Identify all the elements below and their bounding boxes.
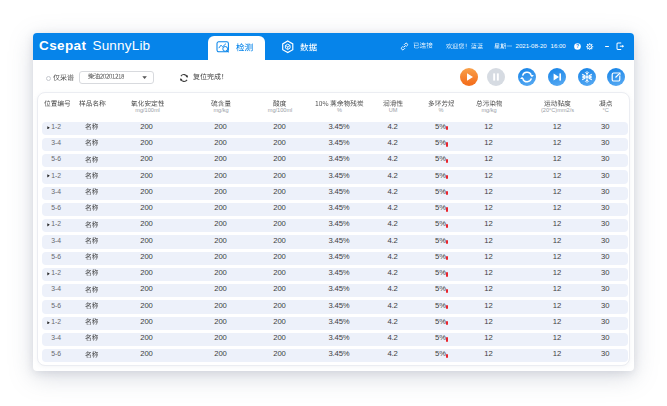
- svg-text:?: ?: [576, 43, 579, 49]
